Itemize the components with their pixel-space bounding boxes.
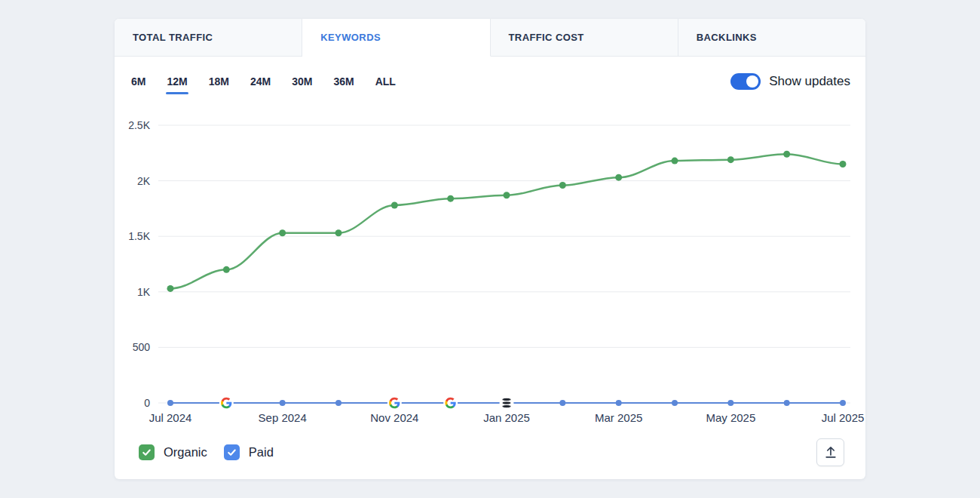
period-6m[interactable]: 6M [130, 74, 146, 89]
data-point-organic [783, 151, 790, 158]
y-tick-label: 500 [133, 341, 151, 353]
data-point-organic [391, 201, 398, 208]
y-tick-label: 2.5K [128, 119, 150, 131]
traffic-chart: 2.5K2K1.5K1K5000Jul 2024Sep 2024Nov 2024… [115, 102, 865, 430]
x-tick-label: Jan 2025 [483, 411, 530, 424]
data-point-paid [727, 400, 733, 406]
x-tick-label: Mar 2025 [595, 411, 642, 424]
controls-row: 6M 12M 18M 24M 30M 36M ALL Show updates [115, 57, 865, 102]
period-18m[interactable]: 18M [208, 74, 230, 89]
period-36m[interactable]: 36M [332, 74, 354, 89]
data-point-paid [616, 400, 622, 406]
data-point-organic [727, 156, 734, 163]
tab-label: TRAFFIC COST [509, 32, 584, 43]
semrush-update-icon[interactable] [500, 396, 514, 410]
paid-checkbox[interactable] [224, 444, 240, 460]
y-tick-label: 1K [137, 286, 151, 298]
x-tick-label: Jul 2025 [822, 411, 865, 424]
data-point-organic [167, 285, 174, 292]
check-icon [227, 447, 237, 457]
x-tick-label: May 2025 [706, 411, 755, 424]
show-updates-control: Show updates [730, 73, 850, 90]
google-update-icon[interactable] [219, 396, 234, 410]
period-all[interactable]: ALL [375, 74, 397, 89]
data-point-organic [840, 161, 847, 168]
data-point-paid [280, 400, 286, 406]
paid-label: Paid [249, 445, 274, 460]
data-point-paid [335, 400, 341, 406]
google-update-icon[interactable] [387, 396, 402, 410]
tab-label: TOTAL TRAFFIC [133, 32, 213, 43]
data-point-organic [279, 229, 286, 236]
period-12m[interactable]: 12M [166, 74, 188, 89]
data-point-organic [672, 158, 678, 164]
export-button[interactable] [816, 438, 844, 466]
upload-icon [823, 444, 838, 460]
toggle-knob [746, 75, 758, 88]
data-point-paid [167, 400, 173, 406]
y-tick-label: 2K [137, 175, 151, 187]
legend-item-paid: Paid [224, 444, 274, 460]
chart-legend: Organic Paid [139, 444, 274, 460]
data-point-organic [447, 195, 454, 202]
tab-backlinks[interactable]: BACKLINKS [678, 19, 865, 57]
chart-footer: Organic Paid [115, 430, 865, 478]
data-point-paid [672, 400, 678, 406]
check-icon [142, 447, 152, 457]
x-tick-label: Sep 2024 [259, 411, 307, 424]
organic-checkbox[interactable] [139, 444, 155, 460]
tab-bar: TOTAL TRAFFIC KEYWORDS TRAFFIC COST BACK… [115, 19, 865, 57]
x-tick-label: Nov 2024 [370, 411, 418, 424]
period-24m[interactable]: 24M [250, 74, 271, 89]
tab-label: BACKLINKS [697, 32, 757, 43]
y-tick-label: 0 [144, 397, 150, 409]
data-point-paid [559, 400, 565, 406]
tab-total-traffic[interactable]: TOTAL TRAFFIC [115, 19, 302, 57]
legend-item-organic: Organic [139, 444, 207, 460]
google-update-icon[interactable] [443, 396, 458, 410]
period-selector: 6M 12M 18M 24M 30M 36M ALL [130, 74, 397, 89]
data-point-paid [840, 400, 846, 406]
x-tick-label: Jul 2024 [149, 411, 192, 424]
data-point-organic [504, 192, 510, 198]
page-background: { "widget": { "tabs": [ {"label": "TOTAL… [0, 0, 980, 498]
period-30m[interactable]: 30M [291, 74, 313, 89]
tab-traffic-cost[interactable]: TRAFFIC COST [491, 19, 678, 57]
data-point-organic [223, 266, 230, 273]
show-updates-toggle[interactable] [730, 73, 761, 90]
tab-label: KEYWORDS [320, 32, 381, 43]
y-tick-label: 1.5K [128, 230, 150, 242]
data-point-organic [335, 229, 342, 236]
traffic-widget-card: TOTAL TRAFFIC KEYWORDS TRAFFIC COST BACK… [115, 19, 865, 479]
series-line-organic [170, 154, 843, 288]
data-point-paid [784, 400, 790, 406]
show-updates-label: Show updates [769, 74, 850, 89]
data-point-organic [615, 174, 622, 181]
tab-keywords[interactable]: KEYWORDS [302, 19, 490, 57]
organic-label: Organic [164, 445, 207, 460]
data-point-organic [559, 182, 566, 189]
